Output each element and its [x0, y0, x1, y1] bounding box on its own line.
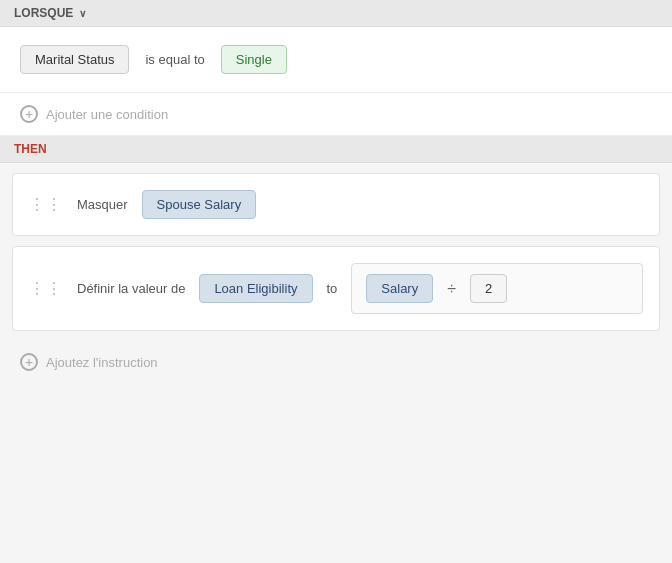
add-instruction-label: Ajoutez l'instruction — [46, 355, 158, 370]
lorsque-label: LORSQUE — [14, 6, 73, 20]
marital-status-chip[interactable]: Marital Status — [20, 45, 129, 74]
loan-eligibility-chip[interactable]: Loan Eligibility — [199, 274, 312, 303]
add-instruction-row[interactable]: + Ajoutez l'instruction — [0, 341, 672, 383]
add-condition-label: Ajouter une condition — [46, 107, 168, 122]
divide-operator: ÷ — [443, 280, 460, 298]
spouse-salary-chip[interactable]: Spouse Salary — [142, 190, 257, 219]
value-chip[interactable]: Single — [221, 45, 287, 74]
add-instruction-icon: + — [20, 353, 38, 371]
masquer-label: Masquer — [77, 197, 128, 212]
drag-handle-1[interactable]: ⋮⋮ — [29, 195, 63, 214]
operand2-chip[interactable]: 2 — [470, 274, 507, 303]
condition-row: Marital Status is equal to Single — [0, 27, 672, 93]
lorsque-header: LORSQUE ∨ — [0, 0, 672, 27]
salary-operand-chip[interactable]: Salary — [366, 274, 433, 303]
then-label: THEN — [14, 142, 47, 156]
operator-label: is equal to — [145, 52, 204, 67]
add-condition-icon: + — [20, 105, 38, 123]
formula-box: Salary ÷ 2 — [351, 263, 643, 314]
add-condition-row[interactable]: + Ajouter une condition — [0, 93, 672, 136]
drag-handle-2[interactable]: ⋮⋮ — [29, 279, 63, 298]
then-header: THEN — [0, 136, 672, 163]
definir-label: Définir la valeur de — [77, 281, 185, 296]
action-masquer-card: ⋮⋮ Masquer Spouse Salary — [12, 173, 660, 236]
lorsque-chevron[interactable]: ∨ — [79, 8, 86, 19]
action-definir-card: ⋮⋮ Définir la valeur de Loan Eligibility… — [12, 246, 660, 331]
to-label: to — [327, 281, 338, 296]
